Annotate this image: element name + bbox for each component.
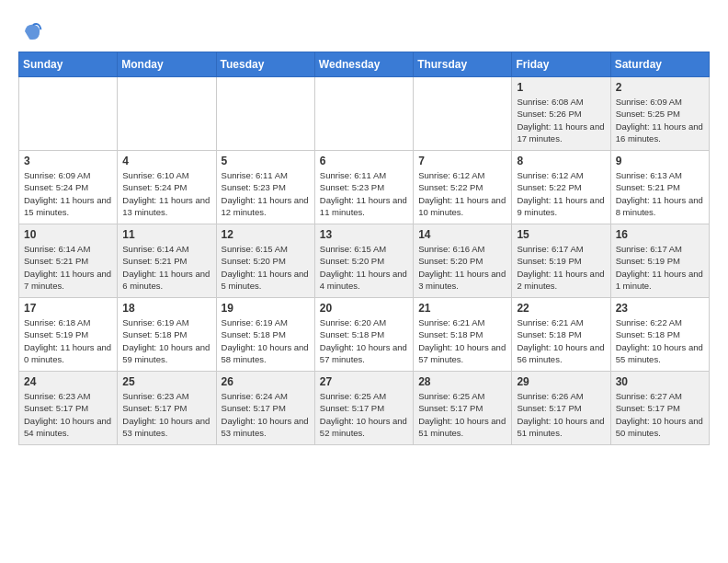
day-info: Sunrise: 6:17 AMSunset: 5:19 PMDaylight:… [616,243,704,292]
calendar-cell: 13Sunrise: 6:15 AMSunset: 5:20 PMDayligh… [314,224,413,298]
weekday-header-saturday: Saturday [610,52,709,77]
calendar-cell: 9Sunrise: 6:13 AMSunset: 5:21 PMDaylight… [610,151,709,224]
calendar-cell: 27Sunrise: 6:25 AMSunset: 5:17 PMDayligh… [314,372,413,445]
calendar-cell: 16Sunrise: 6:17 AMSunset: 5:19 PMDayligh… [610,224,709,298]
day-info: Sunrise: 6:11 AMSunset: 5:23 PMDaylight:… [320,169,408,218]
day-info: Sunrise: 6:09 AMSunset: 5:24 PMDaylight:… [24,169,112,218]
day-info: Sunrise: 6:25 AMSunset: 5:17 PMDaylight:… [418,390,506,439]
day-number: 10 [24,228,112,241]
calendar-week-5: 24Sunrise: 6:23 AMSunset: 5:17 PMDayligh… [19,372,710,445]
day-number: 24 [24,375,112,388]
calendar-week-4: 17Sunrise: 6:18 AMSunset: 5:19 PMDayligh… [19,298,710,372]
day-info: Sunrise: 6:26 AMSunset: 5:17 PMDaylight:… [517,390,605,439]
calendar-week-1: 1Sunrise: 6:08 AMSunset: 5:26 PMDaylight… [19,77,710,151]
day-number: 9 [616,155,704,167]
calendar-table: SundayMondayTuesdayWednesdayThursdayFrid… [18,52,710,445]
day-number: 28 [418,375,506,388]
day-info: Sunrise: 6:21 AMSunset: 5:18 PMDaylight:… [517,316,605,365]
calendar-cell: 28Sunrise: 6:25 AMSunset: 5:17 PMDayligh… [414,372,512,445]
calendar-cell: 25Sunrise: 6:23 AMSunset: 5:17 PMDayligh… [118,372,216,445]
day-info: Sunrise: 6:15 AMSunset: 5:20 PMDaylight:… [320,243,408,292]
calendar-cell: 7Sunrise: 6:12 AMSunset: 5:22 PMDaylight… [414,151,512,224]
day-number: 18 [122,302,210,315]
calendar-cell: 18Sunrise: 6:19 AMSunset: 5:18 PMDayligh… [118,298,216,372]
day-number: 5 [222,155,310,167]
day-info: Sunrise: 6:18 AMSunset: 5:19 PMDaylight:… [24,316,112,365]
day-number: 23 [616,302,704,315]
calendar-cell [118,77,216,151]
day-number: 22 [517,302,605,315]
logo-icon [18,18,44,44]
day-number: 3 [24,155,112,167]
day-info: Sunrise: 6:20 AMSunset: 5:18 PMDaylight:… [320,316,408,365]
day-number: 12 [222,228,310,241]
day-info: Sunrise: 6:16 AMSunset: 5:20 PMDaylight:… [418,243,506,292]
day-info: Sunrise: 6:17 AMSunset: 5:19 PMDaylight:… [517,243,605,292]
calendar-cell [19,77,118,151]
day-info: Sunrise: 6:25 AMSunset: 5:17 PMDaylight:… [320,390,408,439]
weekday-header-thursday: Thursday [414,52,512,77]
calendar-cell: 1Sunrise: 6:08 AMSunset: 5:26 PMDaylight… [512,77,610,151]
calendar-cell: 24Sunrise: 6:23 AMSunset: 5:17 PMDayligh… [19,372,118,445]
day-number: 27 [320,375,408,388]
day-number: 20 [320,302,408,315]
day-info: Sunrise: 6:12 AMSunset: 5:22 PMDaylight:… [418,169,506,218]
day-info: Sunrise: 6:23 AMSunset: 5:17 PMDaylight:… [24,390,112,439]
day-info: Sunrise: 6:27 AMSunset: 5:17 PMDaylight:… [616,390,704,439]
weekday-header-sunday: Sunday [19,52,118,77]
day-number: 29 [517,375,605,388]
calendar-cell: 3Sunrise: 6:09 AMSunset: 5:24 PMDaylight… [19,151,118,224]
day-number: 4 [122,155,210,167]
day-info: Sunrise: 6:12 AMSunset: 5:22 PMDaylight:… [517,169,605,218]
calendar-cell: 26Sunrise: 6:24 AMSunset: 5:17 PMDayligh… [216,372,314,445]
calendar-cell: 20Sunrise: 6:20 AMSunset: 5:18 PMDayligh… [314,298,413,372]
day-number: 14 [418,228,506,241]
day-number: 30 [616,375,704,388]
calendar-cell: 11Sunrise: 6:14 AMSunset: 5:21 PMDayligh… [118,224,216,298]
day-number: 21 [418,302,506,315]
calendar-cell: 21Sunrise: 6:21 AMSunset: 5:18 PMDayligh… [414,298,512,372]
calendar-cell: 23Sunrise: 6:22 AMSunset: 5:18 PMDayligh… [610,298,709,372]
weekday-header-monday: Monday [118,52,216,77]
calendar-cell: 6Sunrise: 6:11 AMSunset: 5:23 PMDaylight… [314,151,413,224]
calendar-cell: 19Sunrise: 6:19 AMSunset: 5:18 PMDayligh… [216,298,314,372]
day-number: 1 [517,81,605,94]
header [18,15,710,44]
day-number: 13 [320,228,408,241]
day-number: 26 [222,375,310,388]
calendar-header-row: SundayMondayTuesdayWednesdayThursdayFrid… [19,52,710,77]
day-info: Sunrise: 6:14 AMSunset: 5:21 PMDaylight:… [122,243,210,292]
calendar-cell: 2Sunrise: 6:09 AMSunset: 5:25 PMDaylight… [610,77,709,151]
day-info: Sunrise: 6:19 AMSunset: 5:18 PMDaylight:… [222,316,310,365]
calendar-cell: 10Sunrise: 6:14 AMSunset: 5:21 PMDayligh… [19,224,118,298]
calendar-cell: 5Sunrise: 6:11 AMSunset: 5:23 PMDaylight… [216,151,314,224]
day-info: Sunrise: 6:19 AMSunset: 5:18 PMDaylight:… [122,316,210,365]
day-info: Sunrise: 6:08 AMSunset: 5:26 PMDaylight:… [517,96,605,144]
day-number: 11 [122,228,210,241]
calendar-cell: 15Sunrise: 6:17 AMSunset: 5:19 PMDayligh… [512,224,610,298]
day-number: 16 [616,228,704,241]
day-number: 2 [616,81,704,94]
day-number: 17 [24,302,112,315]
calendar-cell: 14Sunrise: 6:16 AMSunset: 5:20 PMDayligh… [414,224,512,298]
calendar-cell: 12Sunrise: 6:15 AMSunset: 5:20 PMDayligh… [216,224,314,298]
day-info: Sunrise: 6:11 AMSunset: 5:23 PMDaylight:… [222,169,310,218]
calendar-cell: 4Sunrise: 6:10 AMSunset: 5:24 PMDaylight… [118,151,216,224]
calendar-cell [314,77,413,151]
day-number: 25 [122,375,210,388]
calendar-week-3: 10Sunrise: 6:14 AMSunset: 5:21 PMDayligh… [19,224,710,298]
day-number: 15 [517,228,605,241]
day-number: 19 [222,302,310,315]
calendar-week-2: 3Sunrise: 6:09 AMSunset: 5:24 PMDaylight… [19,151,710,224]
day-info: Sunrise: 6:13 AMSunset: 5:21 PMDaylight:… [616,169,704,218]
day-info: Sunrise: 6:21 AMSunset: 5:18 PMDaylight:… [418,316,506,365]
weekday-header-friday: Friday [512,52,610,77]
logo [18,18,48,44]
day-info: Sunrise: 6:09 AMSunset: 5:25 PMDaylight:… [616,96,704,144]
calendar-cell: 8Sunrise: 6:12 AMSunset: 5:22 PMDaylight… [512,151,610,224]
calendar-cell: 22Sunrise: 6:21 AMSunset: 5:18 PMDayligh… [512,298,610,372]
calendar-cell [216,77,314,151]
day-number: 8 [517,155,605,167]
day-number: 7 [418,155,506,167]
calendar-cell [414,77,512,151]
